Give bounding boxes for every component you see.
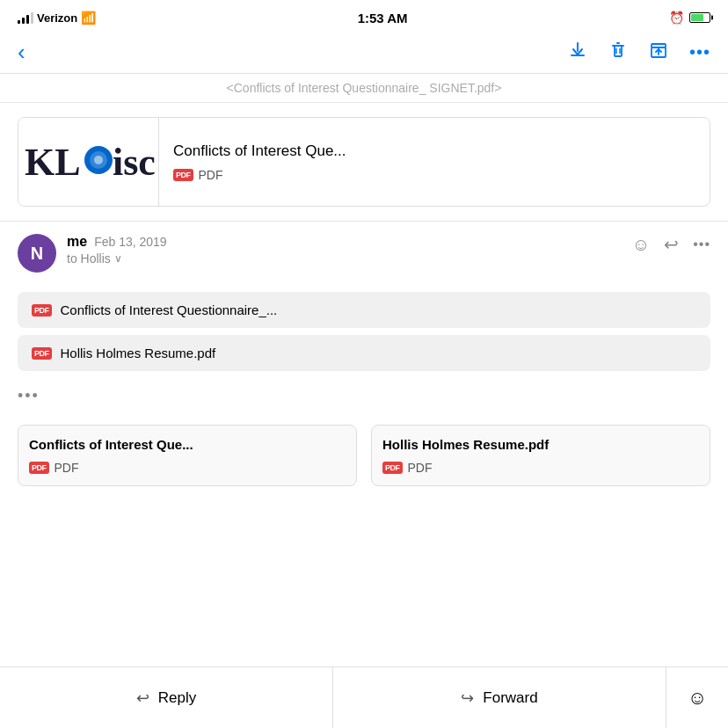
alarm-icon: ⏰ [669, 11, 684, 25]
svg-rect-1 [577, 42, 579, 52]
attachment-thumbnails: Conflicts of Interest Que... PDF PDF Hol… [0, 418, 728, 493]
email-to: to Hollis [67, 251, 111, 266]
reply-label: Reply [158, 689, 196, 707]
email-toolbar: ‹ ••• [0, 32, 728, 74]
wifi-icon: 📶 [81, 11, 96, 25]
kld-card-title: Conflicts of Interest Que... [173, 142, 695, 161]
forward-label: Forward [483, 689, 537, 707]
svg-point-13 [94, 156, 103, 164]
avatar-letter: N [31, 244, 43, 264]
battery-fill [691, 14, 703, 21]
pdf-icon: PDF [173, 169, 193, 181]
attachment-header: <Conflicts of Interest Questionnaire_ SI… [0, 74, 728, 103]
signal-bars [18, 11, 33, 24]
status-bar: Verizon 📶 1:53 AM ⏰ [0, 0, 728, 32]
svg-rect-8 [652, 44, 666, 47]
chevron-down-icon: ∨ [114, 252, 122, 265]
toolbar-right: ••• [568, 40, 710, 65]
bar2 [22, 18, 25, 24]
bar3 [26, 15, 29, 24]
pdf-icon-attachment2: PDF [32, 347, 52, 360]
emoji-action-button[interactable]: ☺ [666, 667, 728, 728]
battery-icon [689, 12, 710, 23]
more-button[interactable]: ••• [689, 42, 710, 62]
time-label: 1:53 AM [358, 11, 408, 25]
thumb-title-1: Conflicts of Interest Que... [29, 436, 346, 454]
svg-rect-2 [615, 46, 622, 56]
carrier-label: Verizon [37, 11, 77, 25]
reply-icon[interactable]: ↩ [664, 234, 679, 255]
back-button[interactable]: ‹ [18, 39, 25, 66]
file-attachment-1[interactable]: PDF Conflicts of Interest Questionnaire_… [18, 292, 710, 328]
file-name-1: Conflicts of Interest Questionnaire_... [61, 302, 278, 317]
forward-arrow-icon: ↪ [461, 688, 474, 708]
file-attachment-2[interactable]: PDF Hollis Holmes Resume.pdf [18, 335, 710, 371]
kld-logo-area: KL iscovery [18, 118, 159, 206]
kld-logo: KL iscovery [23, 129, 155, 194]
thumb-card-2[interactable]: Hollis Holmes Resume.pdf PDF PDF [371, 425, 710, 486]
email-date: Feb 13, 2019 [94, 235, 167, 249]
svg-rect-4 [616, 42, 620, 44]
message-ellipsis[interactable]: ••• [0, 378, 728, 414]
bar4 [31, 12, 33, 24]
email-from: me [67, 234, 87, 250]
svg-text:KL: KL [25, 141, 81, 184]
thumb-pdf-label-1: PDF [55, 461, 79, 475]
file-name-2: Hollis Holmes Resume.pdf [61, 346, 216, 360]
reply-button[interactable]: ↩ Reply [0, 667, 333, 728]
kld-attachment-card[interactable]: KL iscovery Conflicts of Interest Que...… [18, 117, 710, 207]
email-header: N me Feb 13, 2019 to Hollis ∨ ☺ ↩ ••• [18, 234, 710, 273]
thumb-pdf-label-2: PDF [408, 461, 433, 475]
thumb-pdf-icon-1: PDF [29, 462, 49, 474]
thumb-pdf-icon-2: PDF [382, 462, 403, 474]
more-options-button[interactable]: ••• [693, 237, 710, 252]
reply-arrow-icon: ↩ [136, 688, 149, 708]
status-right: ⏰ [669, 11, 710, 25]
archive-button[interactable] [649, 40, 668, 65]
avatar: N [18, 234, 56, 273]
email-meta: me Feb 13, 2019 to Hollis ∨ [67, 234, 622, 266]
download-button[interactable] [568, 40, 587, 65]
pdf-icon-attachment1: PDF [32, 304, 52, 317]
email-actions: ☺ ↩ ••• [632, 234, 710, 255]
kld-logo-svg: KL iscovery [23, 129, 155, 191]
pdf-label: PDF [199, 168, 223, 182]
email-to-row[interactable]: to Hollis ∨ [67, 251, 622, 266]
attachment-header-text: <Conflicts of Interest Questionnaire_ SI… [227, 81, 502, 95]
thumb-card-1[interactable]: Conflicts of Interest Que... PDF PDF [18, 425, 357, 486]
trash-button[interactable] [608, 40, 628, 65]
forward-button[interactable]: ↪ Forward [333, 667, 666, 728]
email-item: N me Feb 13, 2019 to Hollis ∨ ☺ ↩ ••• [0, 222, 728, 285]
status-left: Verizon 📶 [18, 11, 96, 25]
emoji-icon: ☺ [688, 687, 707, 710]
emoji-button[interactable]: ☺ [632, 235, 650, 255]
kld-card-info: Conflicts of Interest Que... PDF PDF [159, 131, 710, 193]
thumb-pdf-badge-2: PDF PDF [382, 461, 699, 475]
bottom-action-bar: ↩ Reply ↪ Forward ☺ [0, 666, 728, 728]
kld-pdf-badge: PDF PDF [173, 168, 695, 182]
thumb-title-2: Hollis Holmes Resume.pdf [382, 436, 699, 454]
svg-text:iscovery: iscovery [113, 141, 155, 184]
bar1 [18, 20, 20, 24]
svg-rect-3 [612, 45, 624, 47]
thumb-pdf-badge-1: PDF PDF [29, 461, 346, 475]
email-from-row: me Feb 13, 2019 [67, 234, 622, 250]
